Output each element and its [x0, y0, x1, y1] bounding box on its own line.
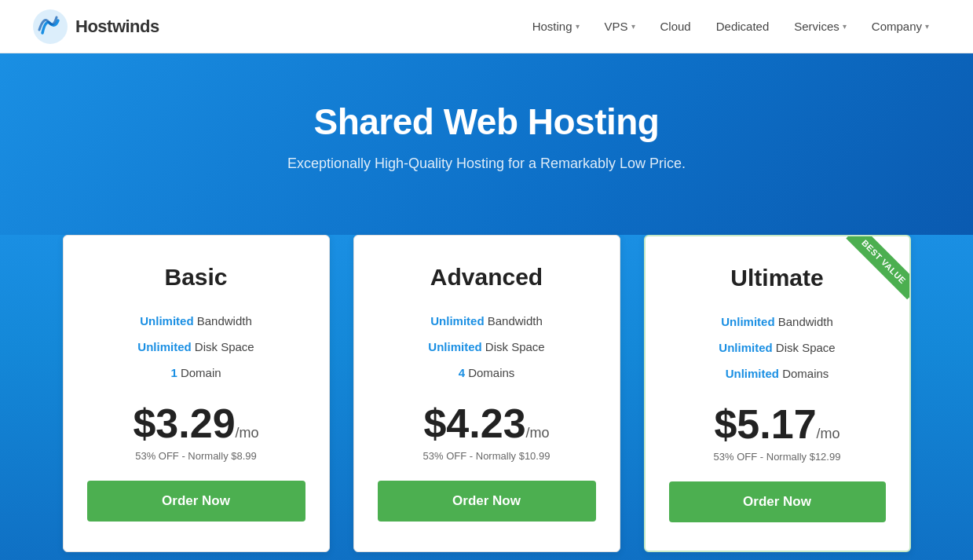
nav-hosting[interactable]: Hosting ▾ — [520, 13, 592, 39]
plan-ultimate-order-btn[interactable]: Order Now — [669, 481, 886, 522]
plan-advanced-discount: 53% OFF - Normally $10.99 — [378, 450, 596, 462]
nav-company[interactable]: Company ▾ — [859, 13, 942, 39]
plan-advanced-disk: Unlimited Disk Space — [378, 339, 596, 355]
plan-basic-order-btn[interactable]: Order Now — [87, 481, 305, 522]
nav-links: Hosting ▾ VPS ▾ Cloud Dedicated Services… — [520, 13, 942, 39]
logo-text: Hostwinds — [75, 16, 159, 37]
navbar: Hostwinds Hosting ▾ VPS ▾ Cloud Dedicate… — [0, 0, 973, 53]
plan-advanced-price-area: $4.23/mo — [378, 403, 596, 444]
plan-ultimate-bandwidth: Unlimited Bandwidth — [669, 313, 886, 330]
best-value-ribbon: BEST VALUE — [839, 236, 909, 307]
plan-basic-price: $3.29/mo — [133, 401, 258, 446]
plan-advanced-title: Advanced — [378, 264, 596, 291]
nav-cloud[interactable]: Cloud — [648, 13, 704, 39]
plan-basic-discount: 53% OFF - Normally $8.99 — [87, 450, 305, 462]
hero-section: Shared Web Hosting Exceptionally High-Qu… — [0, 53, 973, 235]
plan-advanced-bandwidth: Unlimited Bandwidth — [378, 313, 596, 329]
plan-advanced-domains: 4 Domains — [378, 364, 596, 381]
plan-basic-disk: Unlimited Disk Space — [87, 339, 305, 355]
nav-dedicated[interactable]: Dedicated — [704, 13, 782, 39]
plan-advanced-order-btn[interactable]: Order Now — [378, 481, 596, 522]
best-value-label: BEST VALUE — [846, 236, 909, 299]
plan-basic-price-area: $3.29/mo — [87, 403, 305, 444]
hero-subtitle: Exceptionally High-Quality Hosting for a… — [16, 156, 957, 172]
plan-ultimate-discount: 53% OFF - Normally $12.99 — [669, 451, 886, 463]
hero-title: Shared Web Hosting — [16, 101, 957, 143]
nav-services[interactable]: Services ▾ — [781, 13, 859, 39]
plan-basic-bandwidth: Unlimited Bandwidth — [87, 313, 305, 329]
plan-basic: Basic Unlimited Bandwidth Unlimited Disk… — [63, 235, 330, 552]
logo-icon — [31, 8, 69, 46]
plan-basic-title: Basic — [87, 264, 305, 291]
plan-advanced: Advanced Unlimited Bandwidth Unlimited D… — [353, 235, 620, 552]
pricing-section: Basic Unlimited Bandwidth Unlimited Disk… — [0, 235, 973, 560]
plan-advanced-price: $4.23/mo — [423, 401, 549, 446]
svg-point-0 — [33, 9, 68, 44]
plan-ultimate-domains: Unlimited Domains — [669, 365, 886, 382]
nav-vps[interactable]: VPS ▾ — [592, 13, 648, 39]
plan-basic-domains: 1 Domain — [87, 364, 305, 381]
plan-ultimate: BEST VALUE Ultimate Unlimited Bandwidth … — [644, 235, 911, 552]
logo-link[interactable]: Hostwinds — [31, 8, 159, 46]
plan-ultimate-disk: Unlimited Disk Space — [669, 339, 886, 356]
plan-ultimate-price-area: $5.17/mo — [669, 404, 886, 445]
plan-ultimate-price: $5.17/mo — [714, 401, 839, 447]
